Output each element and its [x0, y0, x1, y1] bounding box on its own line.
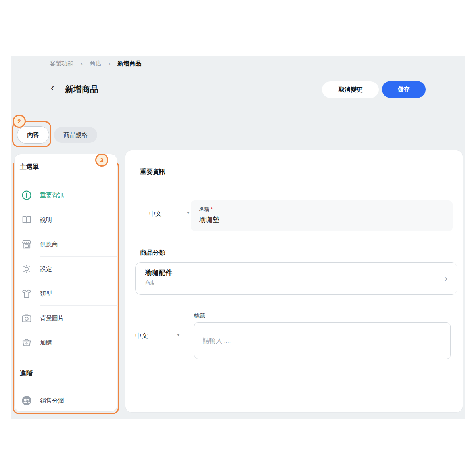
- sidebar-item-type[interactable]: 類型: [15, 281, 117, 306]
- language-selector-value: 中文: [135, 332, 148, 340]
- chevron-right-icon: ›: [445, 274, 447, 284]
- breadcrumb-item-store[interactable]: 商店: [90, 60, 102, 67]
- category-value: 瑜珈配件: [145, 268, 447, 277]
- basket-icon: [21, 337, 32, 348]
- save-button[interactable]: 儲存: [382, 81, 426, 98]
- sidebar-item-label: 設定: [40, 265, 52, 273]
- section-title-category: 商品分類: [140, 249, 165, 257]
- cancel-changes-button[interactable]: 取消變更: [322, 81, 379, 98]
- breadcrumb: 客製功能 › 商店 › 新增商品: [50, 60, 141, 67]
- tags-input[interactable]: [194, 322, 451, 359]
- sidebar-menu: 主選單 重要資訊 說明 供應商 設定: [14, 154, 117, 412]
- divider: [40, 355, 117, 355]
- page-title: 新增商品: [65, 84, 98, 95]
- chevron-down-icon: ▼: [177, 333, 180, 337]
- name-field-label: 名稱: [199, 206, 209, 212]
- sidebar-item-label: 加購: [40, 339, 52, 347]
- section-title-important-info: 重要資訊: [140, 168, 165, 176]
- sidebar-section-advanced: 進階: [20, 369, 33, 378]
- language-selector-tags[interactable]: 中文 ▼: [135, 332, 180, 340]
- product-name-field[interactable]: 名稱* 瑜珈墊: [191, 200, 453, 231]
- required-asterisk: *: [211, 206, 213, 212]
- sidebar-item-label: 背景圖片: [40, 315, 64, 322]
- divider: [15, 181, 117, 181]
- back-icon[interactable]: ‹: [51, 81, 54, 95]
- storefront-icon: [21, 239, 32, 250]
- sidebar-item-settings[interactable]: 設定: [15, 257, 117, 281]
- divider: [15, 388, 117, 388]
- sidebar-section-main-menu: 主選單: [20, 163, 39, 171]
- chevron-right-icon: ›: [81, 61, 83, 67]
- app-window: 客製功能 › 商店 › 新增商品 ‹ 新增商品 取消變更 儲存 內容 商品規格 …: [0, 0, 476, 476]
- sidebar-item-addon[interactable]: 加購: [15, 330, 117, 355]
- sidebar-item-important-info[interactable]: 重要資訊: [15, 183, 117, 207]
- info-icon: [21, 190, 32, 201]
- sidebar-item-label: 類型: [40, 290, 52, 298]
- sidebar-item-label: 供應商: [40, 241, 58, 248]
- chevron-right-icon: ›: [109, 61, 111, 67]
- sidebar-item-supplier[interactable]: 供應商: [15, 232, 117, 257]
- product-name-value: 瑜珈墊: [199, 215, 444, 224]
- tab-content[interactable]: 內容: [17, 126, 49, 144]
- breadcrumb-item-add-product: 新增商品: [117, 60, 141, 67]
- category-card[interactable]: 瑜珈配件 商店 ›: [135, 262, 457, 295]
- gear-icon: [21, 263, 32, 274]
- sidebar-item-label: 重要資訊: [40, 192, 64, 199]
- sidebar-item-label: 銷售分潤: [40, 397, 64, 405]
- breadcrumb-item-custom-features[interactable]: 客製功能: [50, 60, 73, 67]
- sidebar-item-sales-commission[interactable]: 銷售分潤: [15, 390, 117, 411]
- camera-icon: [21, 313, 32, 324]
- sidebar-item-background-image[interactable]: 背景圖片: [15, 306, 117, 330]
- sidebar-item-label: 說明: [40, 216, 52, 224]
- sidebar-item-description[interactable]: 說明: [15, 207, 117, 232]
- book-icon: [21, 214, 32, 225]
- category-subtitle: 商店: [145, 280, 447, 286]
- chevron-down-icon: ▼: [186, 211, 190, 215]
- tags-field-label: 標籤: [194, 312, 205, 319]
- people-icon: [21, 395, 32, 406]
- language-selector-name[interactable]: 中文 ▼: [149, 210, 190, 218]
- main-content-panel: 重要資訊 中文 ▼ 名稱* 瑜珈墊 商品分類 瑜珈配件 商店 › 標籤 中文 ▼: [125, 150, 463, 413]
- tab-product-specs[interactable]: 商品規格: [54, 127, 97, 143]
- tshirt-icon: [21, 288, 32, 299]
- language-selector-value: 中文: [149, 210, 162, 218]
